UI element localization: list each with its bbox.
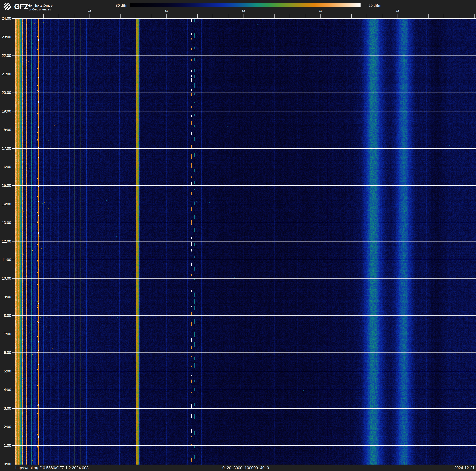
time-label: 3:00 xyxy=(0,406,11,411)
freq-tick-label: 1.0 xyxy=(160,9,173,12)
freq-tick xyxy=(43,14,44,18)
time-label: 8:00 xyxy=(0,313,11,318)
time-label: 19:00 xyxy=(0,109,11,114)
freq-tick xyxy=(59,14,59,18)
freq-tick xyxy=(167,14,167,18)
time-label: 20:00 xyxy=(0,91,11,95)
spectrogram-page: GFZ Helmholtz Centre for Geosciences -80… xyxy=(0,0,476,471)
colorbar-max-label: -20 dBm xyxy=(367,3,392,8)
freq-tick-label: 0.5 xyxy=(84,9,96,12)
time-label: 1:00 xyxy=(0,443,11,448)
logo-subtitle-line2: for Geosciences xyxy=(28,8,52,11)
freq-tick xyxy=(413,14,413,18)
time-label: 16:00 xyxy=(0,165,11,169)
freq-tick xyxy=(243,14,244,18)
freq-tick xyxy=(228,14,228,18)
freq-tick xyxy=(89,14,90,18)
freq-tick xyxy=(120,14,120,18)
time-label: 21:00 xyxy=(0,72,11,76)
time-label: 13:00 xyxy=(0,220,11,225)
time-label: 12:00 xyxy=(0,239,11,244)
logo-subtitle: Helmholtz Centre for Geosciences xyxy=(28,4,52,11)
freq-tick xyxy=(182,14,182,18)
time-label: 6:00 xyxy=(0,350,11,355)
time-label: 5:00 xyxy=(0,369,11,374)
time-label: 9:00 xyxy=(0,295,11,299)
time-label: 10:00 xyxy=(0,276,11,281)
freq-tick xyxy=(151,14,152,18)
freq-tick xyxy=(213,14,213,18)
freq-tick xyxy=(443,14,444,18)
freq-tick xyxy=(382,14,382,18)
freq-tick xyxy=(305,14,306,18)
freq-tick-label: 1.5 xyxy=(238,9,250,12)
time-label: 15:00 xyxy=(0,183,11,188)
gfz-logo xyxy=(3,3,11,10)
spectrogram-canvas xyxy=(12,18,476,465)
freq-tick xyxy=(336,14,336,18)
logo-brand-text: GFZ xyxy=(14,2,28,11)
freq-tick xyxy=(351,14,352,18)
time-label: 24:00 xyxy=(0,16,11,21)
time-label: 23:00 xyxy=(0,35,11,39)
time-label: 18:00 xyxy=(0,127,11,132)
time-label: 7:00 xyxy=(0,332,11,336)
freq-tick xyxy=(475,14,475,18)
footer-date: 2024-12-21 xyxy=(15,466,475,470)
freq-tick xyxy=(28,14,28,18)
time-label: 17:00 xyxy=(0,146,11,151)
time-label: 14:00 xyxy=(0,202,11,206)
logo-subtitle-line1: Helmholtz Centre xyxy=(28,4,52,8)
freq-tick xyxy=(197,14,198,18)
time-label: 0:00 xyxy=(0,462,11,466)
colorbar-gradient xyxy=(130,3,360,7)
time-label: 22:00 xyxy=(0,53,11,58)
freq-tick xyxy=(289,14,290,18)
freq-tick xyxy=(367,14,367,18)
freq-tick xyxy=(259,14,259,18)
freq-tick xyxy=(321,14,321,18)
freq-tick-label: 2.5 xyxy=(391,9,404,12)
time-label: 2:00 xyxy=(0,425,11,429)
time-label: 4:00 xyxy=(0,388,11,392)
freq-tick-label: 2.0 xyxy=(314,9,327,12)
freq-tick xyxy=(74,14,74,18)
freq-tick xyxy=(428,14,428,18)
freq-tick xyxy=(459,14,459,18)
freq-tick xyxy=(274,14,274,18)
gfz-globe-icon xyxy=(3,3,11,10)
colorbar-min-label: -80 dBm xyxy=(107,3,128,8)
freq-tick xyxy=(105,14,105,18)
time-label: 11:00 xyxy=(0,257,11,262)
freq-tick xyxy=(136,14,136,18)
freq-tick xyxy=(398,14,398,18)
